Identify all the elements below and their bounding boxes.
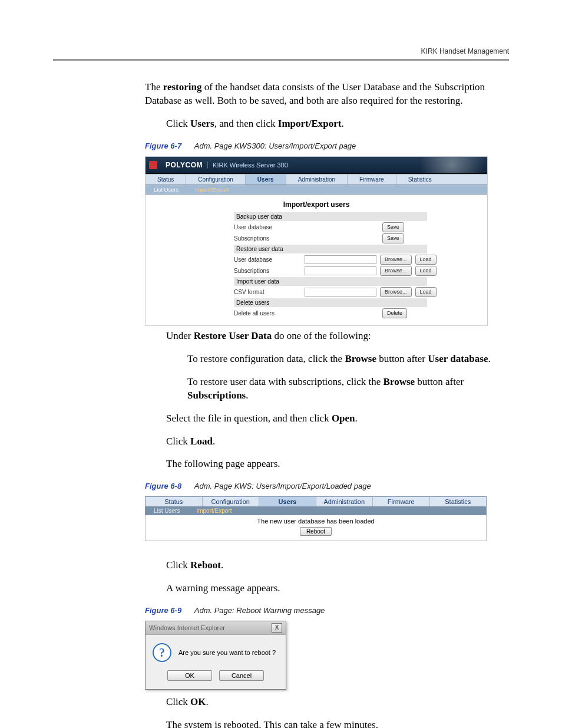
- label-user-database: User database: [234, 256, 305, 263]
- brand-text: POLYCOM: [166, 161, 203, 169]
- figure-title: Adm. Page KWS300: Users/Import/Export pa…: [194, 141, 356, 150]
- import-export-body: Import/export users Backup user data Use…: [146, 195, 487, 325]
- question-icon: ?: [153, 643, 171, 662]
- text: Under: [166, 330, 194, 341]
- para-click-load: Click Load.: [166, 435, 509, 449]
- product-text: KIRK Wireless Server 300: [207, 162, 288, 169]
- save-button[interactable]: Save: [382, 233, 404, 243]
- delete-button[interactable]: Delete: [382, 308, 407, 318]
- para-select-file: Select the file in question, and then cl…: [166, 412, 509, 426]
- para-restoring: The restoring of the handset data consis…: [145, 81, 509, 108]
- text: Click: [166, 559, 190, 571]
- user-database-input[interactable]: [305, 255, 376, 264]
- tab-firmware[interactable]: Firmware: [348, 174, 396, 185]
- tab-status[interactable]: Status: [146, 497, 203, 506]
- label-csv: CSV format: [234, 289, 305, 295]
- ok-button[interactable]: OK: [167, 670, 212, 681]
- label-subscriptions: Subscriptions: [234, 268, 305, 274]
- polycom-logo-icon: [149, 161, 157, 169]
- section-backup: Backup user data: [234, 212, 427, 221]
- text-bold: Browse: [345, 353, 376, 364]
- section-delete: Delete users: [234, 298, 427, 307]
- cancel-button[interactable]: Cancel: [219, 670, 264, 681]
- tab-configuration[interactable]: Configuration: [186, 174, 245, 185]
- page-title: Import/export users: [151, 200, 481, 209]
- tab-status[interactable]: Status: [146, 174, 186, 185]
- text: The: [145, 81, 163, 93]
- text: Select the file in question, and then cl…: [166, 413, 332, 424]
- load-button[interactable]: Load: [415, 255, 437, 265]
- text: do one of the following:: [272, 330, 371, 341]
- loaded-message-area: The new user database has been loaded Re…: [145, 515, 487, 541]
- figure-label: Figure 6-8: [145, 482, 181, 490]
- tab-administration[interactable]: Administration: [286, 174, 348, 185]
- text-bold: Import/Export: [278, 118, 342, 129]
- load-button[interactable]: Load: [415, 287, 437, 297]
- load-button[interactable]: Load: [415, 266, 437, 276]
- text: Click: [166, 436, 190, 447]
- reboot-button[interactable]: Reboot: [300, 527, 332, 536]
- header-rule: [53, 59, 509, 61]
- text: Click: [166, 696, 190, 707]
- loaded-message: The new user database has been loaded: [146, 518, 486, 525]
- text: button after: [415, 376, 464, 387]
- text: .: [341, 118, 343, 129]
- text: , and then click: [214, 118, 278, 129]
- text-bold: Load: [190, 436, 213, 447]
- app-banner: POLYCOM KIRK Wireless Server 300: [146, 157, 487, 174]
- tab-configuration[interactable]: Configuration: [203, 497, 260, 506]
- text: To restore configuration data, click the: [187, 353, 345, 364]
- text-bold: Subscriptions: [187, 390, 246, 401]
- subtab-import-export[interactable]: Import/Export: [188, 507, 240, 515]
- browse-button[interactable]: Browse...: [380, 287, 412, 297]
- text-bold: Reboot: [190, 559, 221, 571]
- subscriptions-input[interactable]: [305, 266, 376, 275]
- dialog-titlebar: Windows Internet Explorer X: [146, 621, 286, 635]
- figure-label: Figure 6-9: [145, 606, 181, 615]
- tab-administration[interactable]: Administration: [316, 497, 373, 506]
- text-bold: OK: [190, 696, 206, 707]
- para-rebooted: The system is rebooted. This can take a …: [166, 719, 509, 728]
- para-click-reboot: Click Reboot.: [166, 559, 509, 572]
- running-header: KIRK Handset Management: [53, 47, 509, 55]
- text-bold: Users: [190, 118, 214, 129]
- figure-6-8-caption: Figure 6-8 Adm. Page KWS: Users/Import/E…: [145, 482, 509, 490]
- para-click-ok: Click OK.: [166, 696, 509, 709]
- dialog-title: Windows Internet Explorer: [149, 624, 225, 631]
- para-restore-subs: To restore user data with subscriptions,…: [187, 375, 509, 403]
- save-button[interactable]: Save: [382, 222, 404, 232]
- figure-title: Adm. Page: Reboot Warning message: [194, 606, 325, 615]
- subtab-list-users[interactable]: List Users: [146, 185, 187, 194]
- para-restore-config: To restore configuration data, click the…: [187, 353, 509, 366]
- label-delete-all: Delete all users: [234, 310, 305, 317]
- text: .: [355, 413, 358, 424]
- tab-statistics[interactable]: Statistics: [430, 497, 487, 506]
- tab-users[interactable]: Users: [259, 497, 316, 506]
- tab-firmware[interactable]: Firmware: [373, 497, 430, 506]
- figure-label: Figure 6-7: [145, 141, 181, 150]
- sub-tabs: List Users Import/Export: [146, 185, 487, 195]
- section-import: Import user data: [234, 277, 427, 286]
- text: .: [213, 436, 215, 447]
- text: .: [488, 353, 490, 364]
- text-bold: restoring: [163, 81, 202, 93]
- dialog-buttons: OK Cancel: [146, 670, 286, 689]
- close-icon[interactable]: X: [272, 623, 282, 633]
- browse-button[interactable]: Browse...: [380, 255, 412, 265]
- csv-input[interactable]: [305, 288, 376, 297]
- text-bold: Open: [332, 413, 355, 424]
- tab-statistics[interactable]: Statistics: [396, 174, 444, 185]
- text: To restore user data with subscriptions,…: [187, 376, 384, 387]
- subtab-import-export[interactable]: Import/Export: [187, 185, 237, 194]
- text-bold: Browse: [384, 376, 415, 387]
- text: .: [206, 696, 209, 707]
- subtab-list-users[interactable]: List Users: [146, 507, 188, 515]
- browse-button[interactable]: Browse...: [380, 266, 412, 276]
- figure-6-8: Status Configuration Users Administratio…: [145, 496, 487, 541]
- para-restore-heading: Under Restore User Data do one of the fo…: [166, 330, 509, 343]
- text-bold: User database: [428, 353, 488, 364]
- text: .: [246, 390, 248, 401]
- tab-users[interactable]: Users: [246, 174, 286, 185]
- para-warning-appears: A warning message appears.: [166, 582, 509, 595]
- figure-6-9-caption: Figure 6-9 Adm. Page: Reboot Warning mes…: [145, 606, 509, 615]
